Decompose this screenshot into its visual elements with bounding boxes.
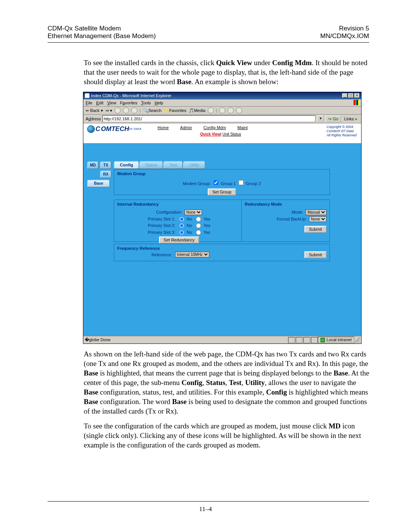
paragraph-3: To see the configuration of the cards wh… xyxy=(84,421,369,450)
edit-icon[interactable] xyxy=(236,107,242,113)
mail-icon[interactable] xyxy=(219,107,225,113)
slot2-no[interactable] xyxy=(179,223,184,228)
ie-title-text: Index CDM-Qx - Microsoft Internet Explor… xyxy=(91,93,172,99)
header-right-1: Revision 5 xyxy=(339,25,369,32)
nav-admin[interactable]: Admin xyxy=(180,125,192,131)
reference-select[interactable]: Internal 10MHz xyxy=(175,252,209,257)
address-input[interactable] xyxy=(102,115,315,122)
menu-help[interactable]: Help xyxy=(155,100,163,106)
maximize-button[interactable]: □ xyxy=(348,93,354,98)
go-button[interactable]: ↪ Go xyxy=(325,116,341,122)
subtab-status[interactable]: Status xyxy=(139,161,163,169)
internal-redundancy-panel: Internal Redundancy Configuration: None … xyxy=(114,200,244,242)
slot3-no[interactable] xyxy=(179,230,184,235)
paragraph-2: As shown on the left-hand side of the we… xyxy=(84,349,369,416)
address-dropdown-icon[interactable]: ▾ xyxy=(317,115,324,122)
slot1-yes[interactable] xyxy=(196,217,201,222)
links-label[interactable]: Links » xyxy=(342,116,359,122)
close-button[interactable]: × xyxy=(354,93,360,98)
menu-favorites[interactable]: Favorites xyxy=(120,100,137,106)
slot1-no[interactable] xyxy=(179,217,184,222)
submit-ref-button[interactable]: Submit xyxy=(304,251,327,258)
nav-home[interactable]: Home xyxy=(158,125,169,131)
group2-checkbox[interactable] xyxy=(239,180,244,185)
modem-group-panel: Modem Group Modem Group: Group 1 Group 2… xyxy=(114,169,330,195)
footer-rule xyxy=(48,501,369,502)
page-banner: COMTECH EF DATA Home Admin Config Mdm Ma… xyxy=(83,123,361,143)
menu-view[interactable]: View xyxy=(107,100,116,106)
status-done: �globe Done xyxy=(85,337,110,343)
ie-address-bar: Address ▾ ↪ Go Links » xyxy=(83,115,361,123)
slot-rx[interactable]: RX xyxy=(100,171,112,178)
intranet-icon xyxy=(320,338,325,342)
red-mode-title: Redundancy Mode xyxy=(245,201,327,207)
back-button[interactable]: ⇐ Back ▾ xyxy=(86,108,103,113)
header-right-2: MN/CDMQx.IOM xyxy=(320,32,369,40)
slot2-yes[interactable] xyxy=(196,223,201,228)
slot-md[interactable]: MD xyxy=(87,161,99,169)
search-button[interactable]: 🔍Search xyxy=(143,108,162,113)
menu-edit[interactable]: Edit xyxy=(96,100,104,106)
forward-button[interactable]: ⇒ ▾ xyxy=(105,108,112,113)
modem-group-label: Modem Group: xyxy=(183,181,210,186)
slot-tx[interactable]: TX xyxy=(100,161,112,169)
status-zone: Local intranet xyxy=(318,337,354,343)
header-left-1: CDM-Qx Satellite Modem xyxy=(48,25,121,32)
slot-base[interactable]: Base xyxy=(87,180,110,187)
subtab-test[interactable]: Test xyxy=(163,161,183,169)
ie-toolbar: ⇐ Back ▾ ⇒ ▾ | 🔍Search ⭐Favorites 🎵Media… xyxy=(83,107,361,115)
subtab-utility[interactable]: Utility xyxy=(183,161,206,169)
history-icon[interactable] xyxy=(208,107,214,113)
address-label: Address xyxy=(86,116,101,122)
nav-configmdm[interactable]: Config Mdm xyxy=(204,125,226,131)
submit-mode-button[interactable]: Submit xyxy=(304,226,327,233)
subtabs: Config Status Test Utility xyxy=(114,161,206,169)
freq-ref-title: Frequency Reference xyxy=(117,246,160,251)
menu-tools[interactable]: Tools xyxy=(141,100,151,106)
page-number: 11–4 xyxy=(0,505,411,513)
favorites-button[interactable]: ⭐Favorites xyxy=(164,108,186,113)
refresh-icon[interactable] xyxy=(123,107,129,113)
header-rule xyxy=(48,42,369,43)
banner-nav: Home Admin Config Mdm Maint xyxy=(158,125,248,131)
intro-paragraph: To see the installed cards in the chassi… xyxy=(84,58,369,86)
card-slots: MD TX RX Base xyxy=(87,161,112,187)
group1-checkbox[interactable] xyxy=(213,180,218,185)
menu-file[interactable]: File xyxy=(86,100,92,106)
quick-view-link[interactable]: Quick View xyxy=(200,132,220,136)
set-group-button[interactable]: Set Group xyxy=(208,189,236,195)
print-icon[interactable] xyxy=(228,107,234,113)
modem-group-title: Modem Group xyxy=(117,171,327,177)
modem-page: COMTECH EF DATA Home Admin Config Mdm Ma… xyxy=(83,123,361,336)
header-left-2: Ethernet Management (Base Modem) xyxy=(48,32,156,40)
banner-sublinks: Quick View| Unit Status xyxy=(200,132,241,137)
redundancy-mode-panel: Redundancy Mode Mode: Manual Forced Back… xyxy=(241,200,330,242)
subtab-config[interactable]: Config xyxy=(114,161,139,169)
unit-status-link[interactable]: Unit Status xyxy=(223,132,241,136)
stop-icon[interactable] xyxy=(115,107,121,113)
body-content: To see the installed cards in the chassi… xyxy=(84,58,369,450)
manual-page: CDM-Qx Satellite Modem Revision 5 Ethern… xyxy=(0,0,411,532)
ie-icon xyxy=(85,93,89,98)
running-header: CDM-Qx Satellite Modem Revision 5 Ethern… xyxy=(48,25,369,43)
forced-backup-select[interactable]: None xyxy=(309,216,327,222)
comtech-logo: COMTECH EF DATA xyxy=(87,125,142,133)
int-red-title: Internal Redundancy xyxy=(117,201,241,207)
set-redundancy-button[interactable]: Set Redundancy xyxy=(159,236,199,243)
home-icon[interactable] xyxy=(131,107,137,113)
mode-select[interactable]: Manual xyxy=(306,209,327,215)
status-cells xyxy=(288,337,318,343)
copyright: Copyright © 2004 Comtech EF Data All Rig… xyxy=(327,125,357,137)
slot3-yes[interactable] xyxy=(196,230,201,235)
nav-maint[interactable]: Maint xyxy=(237,125,248,131)
minimize-button[interactable]: _ xyxy=(342,93,347,98)
window-controls: _ □ × xyxy=(342,93,360,98)
ie-titlebar: Index CDM-Qx - Microsoft Internet Explor… xyxy=(83,92,361,99)
resize-grip-icon[interactable] xyxy=(354,337,360,343)
globe-icon xyxy=(87,125,95,133)
configuration-select[interactable]: None xyxy=(185,209,202,215)
freq-ref-panel: Frequency Reference Reference: Internal … xyxy=(114,244,330,261)
ie-status-bar: �globe Done Local intranet xyxy=(83,336,361,343)
media-button[interactable]: 🎵Media xyxy=(189,108,206,113)
ie-menubar: File Edit View Favorites Tools Help xyxy=(83,99,361,107)
